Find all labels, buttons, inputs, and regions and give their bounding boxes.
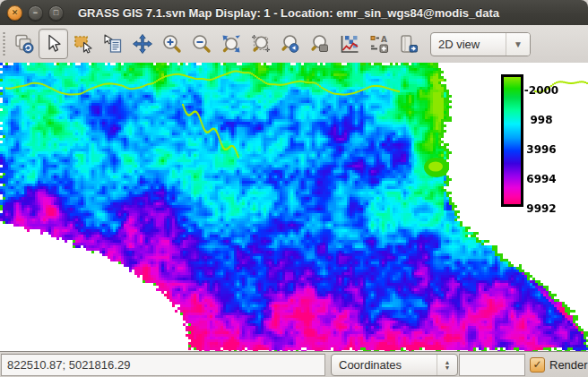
statusbar-mode-value: Coordinates: [332, 358, 437, 372]
minimize-button[interactable]: −: [28, 5, 43, 21]
statusbar: 822510.87; 5021816.29 Coordinates ▲▼ ✓ R…: [0, 351, 588, 377]
save-display-button[interactable]: [393, 29, 423, 59]
render-map-button[interactable]: [9, 29, 39, 59]
map-toolbar: A 2D view ▼: [0, 25, 588, 64]
zoom-out-button[interactable]: [186, 29, 216, 59]
statusbar-progress-area: [459, 354, 525, 376]
add-overlay-icon: A: [368, 33, 390, 55]
spinner-icon[interactable]: ▲▼: [437, 355, 457, 375]
zoom-back-icon: [280, 33, 301, 55]
render-map-icon: [13, 33, 35, 55]
zoom-region-icon: [250, 33, 272, 55]
save-display-icon: [398, 33, 419, 55]
maximize-button[interactable]: □: [48, 5, 64, 21]
pan-button[interactable]: [127, 29, 157, 59]
zoom-menu-button[interactable]: [305, 29, 334, 59]
query-button[interactable]: [98, 29, 127, 59]
window-title: GRASS GIS 7.1.svn Map Display: 1 - Locat…: [78, 6, 499, 20]
legend-tick-label: 3996: [521, 143, 562, 156]
zoom-back-button[interactable]: [275, 29, 305, 59]
render-toggle: ✓ Render: [530, 355, 588, 374]
svg-text:A: A: [381, 35, 387, 44]
view-mode-value: 2D view: [431, 38, 506, 51]
legend-tick-label: 9992: [521, 202, 562, 215]
map-raster-canvas[interactable]: [0, 63, 588, 351]
select-icon: [73, 33, 94, 55]
zoom-extent-icon: [220, 33, 242, 55]
query-icon: [102, 33, 124, 55]
coordinate-value: 822510.87; 5021816.29: [2, 358, 130, 372]
zoom-menu-icon: [309, 33, 331, 55]
render-checkbox[interactable]: ✓: [530, 357, 545, 373]
view-mode-select[interactable]: 2D view ▼: [430, 32, 531, 56]
analyze-button[interactable]: [334, 29, 364, 59]
pointer-button[interactable]: [39, 29, 68, 59]
legend-labels: -2000998399669949992: [521, 74, 562, 207]
coordinate-display: 822510.87; 5021816.29: [1, 354, 325, 376]
map-display-area: -2000998399669949992: [0, 63, 588, 351]
add-overlay-button[interactable]: A: [364, 29, 393, 59]
render-label: Render: [549, 358, 588, 372]
chevron-down-icon[interactable]: ▼: [506, 33, 530, 56]
pointer-icon: [43, 33, 65, 55]
zoom-in-icon: [161, 33, 183, 55]
select-button[interactable]: [68, 29, 98, 59]
close-button[interactable]: ✕: [7, 5, 22, 21]
statusbar-mode-select[interactable]: Coordinates ▲▼: [331, 354, 458, 376]
zoom-in-button[interactable]: [157, 29, 186, 59]
legend-tick-label: -2000: [521, 84, 562, 97]
legend-tick-label: 6994: [521, 173, 562, 185]
pan-icon: [132, 33, 153, 55]
titlebar: ✕ − □ GRASS GIS 7.1.svn Map Display: 1 -…: [0, 0, 588, 25]
zoom-region-button[interactable]: [246, 29, 275, 59]
zoom-extent-button[interactable]: [216, 29, 246, 59]
grass-map-display-window: ✕ − □ GRASS GIS 7.1.svn Map Display: 1 -…: [0, 0, 588, 377]
analyze-icon: [339, 33, 360, 55]
toolbar-drag-handle[interactable]: [2, 30, 6, 57]
legend-tick-label: 998: [521, 114, 562, 126]
zoom-out-icon: [191, 33, 212, 55]
